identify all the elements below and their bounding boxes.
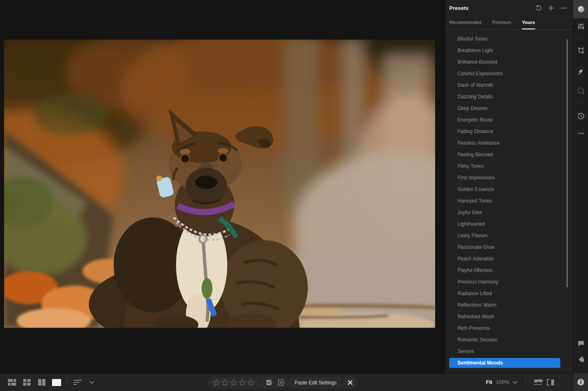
preset-item[interactable]: Filmy Tones <box>445 160 573 172</box>
zoom-level-value[interactable]: 100% <box>496 379 509 385</box>
preset-item[interactable]: Deep Desires <box>445 103 573 114</box>
sort-icon[interactable] <box>73 379 82 386</box>
preset-item[interactable]: Playful Affection <box>445 265 573 276</box>
star-icon[interactable] <box>221 379 229 386</box>
preset-item[interactable]: Dash of Warmth <box>445 79 573 91</box>
presets-scrollbar[interactable] <box>567 39 568 287</box>
edit-icon[interactable] <box>573 0 588 18</box>
more-icon[interactable] <box>573 125 588 141</box>
preset-item[interactable]: Senses <box>445 346 573 357</box>
presets-tabs: RecommendedPremiumYours <box>445 16 573 30</box>
toolbar-divider <box>526 378 526 387</box>
before-after-icon[interactable] <box>547 379 555 386</box>
detail-view-icon[interactable] <box>52 379 61 386</box>
star-icon[interactable] <box>239 379 246 386</box>
preset-tab[interactable]: Yours <box>522 20 535 29</box>
preset-item[interactable]: Fading Distance <box>445 126 573 137</box>
presets-icon[interactable] <box>573 18 588 35</box>
preset-item[interactable]: Joyful Glee <box>445 207 573 218</box>
preset-item[interactable]: Lighthearted <box>445 218 573 230</box>
photo-image <box>4 40 435 328</box>
chevron-down-icon[interactable] <box>87 379 96 386</box>
close-icon[interactable] <box>342 377 358 389</box>
masking-icon[interactable] <box>573 82 588 99</box>
zoom-fit-button[interactable]: Fit <box>486 379 492 385</box>
keywords-icon[interactable] <box>573 351 588 367</box>
rating-flag-group <box>208 377 290 389</box>
versions-icon[interactable] <box>573 108 588 124</box>
preset-item[interactable]: Energetic Boost <box>445 114 573 126</box>
preset-item[interactable]: Feeling Blessed <box>445 149 573 160</box>
pick-flag-icon[interactable] <box>266 379 273 386</box>
preset-item[interactable]: Refreshed Wash <box>445 311 573 322</box>
star-icon[interactable] <box>213 379 220 386</box>
filmstrip-icon[interactable] <box>534 379 543 386</box>
mosaic-view-icon[interactable] <box>7 379 17 386</box>
preset-item[interactable]: Lively Flavors <box>445 230 573 241</box>
pill-divider <box>260 377 260 389</box>
photo-dog-autumn[interactable] <box>4 40 435 328</box>
preset-item[interactable]: Passionate Glow <box>445 241 573 253</box>
preset-tab[interactable]: Recommended <box>449 20 481 29</box>
add-preset-icon[interactable] <box>548 5 555 12</box>
star-icon[interactable] <box>230 379 237 386</box>
preset-item[interactable]: Golden Essence <box>445 184 573 195</box>
grid-view-icon[interactable] <box>22 379 31 386</box>
heal-icon[interactable] <box>573 63 588 79</box>
photo-canvas[interactable] <box>0 0 445 373</box>
star-icon[interactable] <box>248 379 255 386</box>
comments-icon[interactable] <box>573 335 588 352</box>
toolbar-divider <box>67 378 67 387</box>
info-icon[interactable] <box>573 373 588 391</box>
preset-item[interactable]: Colorful Expressions <box>445 68 573 79</box>
presets-panel: Presets RecommendedPremiumYours Blissful… <box>445 0 573 373</box>
preset-item[interactable]: Precious Harmony <box>445 276 573 288</box>
reject-flag-icon[interactable] <box>278 379 285 386</box>
lightroom-app: Presets RecommendedPremiumYours Blissful… <box>0 0 588 391</box>
preset-list: Blissful TonesBreathless LightBrilliance… <box>445 30 573 368</box>
preset-item[interactable]: Reflections Warm <box>445 299 573 311</box>
zoom-chevron-down-icon[interactable] <box>513 381 518 384</box>
preset-item[interactable]: Radiance Lifted <box>445 288 573 299</box>
right-icon-rail <box>573 0 588 391</box>
preset-item[interactable]: Brilliance Boosted <box>445 56 573 68</box>
more-options-icon[interactable] <box>560 5 567 12</box>
presets-title: Presets <box>449 5 535 11</box>
preset-item[interactable]: First Impressions <box>445 172 573 184</box>
preset-item[interactable]: Sentimental Moods <box>449 358 560 368</box>
bottom-toolbar: Paste Edit Settings Fit 100% <box>0 373 573 391</box>
paste-edit-settings-button[interactable]: Paste Edit Settings <box>295 380 336 386</box>
preset-item[interactable]: Romantic Session <box>445 334 573 346</box>
presets-header: Presets <box>445 0 573 16</box>
paste-edit-settings-group: Paste Edit Settings <box>288 377 358 389</box>
preset-item[interactable]: Honeyed Tones <box>445 195 573 207</box>
preset-item[interactable]: Rich Presence <box>445 322 573 334</box>
preset-item[interactable]: Fearless Ambiance <box>445 137 573 149</box>
revert-icon[interactable] <box>535 5 542 12</box>
compare-view-icon[interactable] <box>37 379 46 386</box>
zoom-controls: Fit 100% <box>486 374 555 391</box>
preset-item[interactable]: Blissful Tones <box>445 33 573 45</box>
preset-tab[interactable]: Premium <box>492 20 511 29</box>
crop-icon[interactable] <box>573 42 588 59</box>
preset-item[interactable]: Dazzling Details <box>445 91 573 103</box>
preset-item[interactable]: Peach Adoration <box>445 253 573 265</box>
preset-item[interactable]: Breathless Light <box>445 45 573 56</box>
